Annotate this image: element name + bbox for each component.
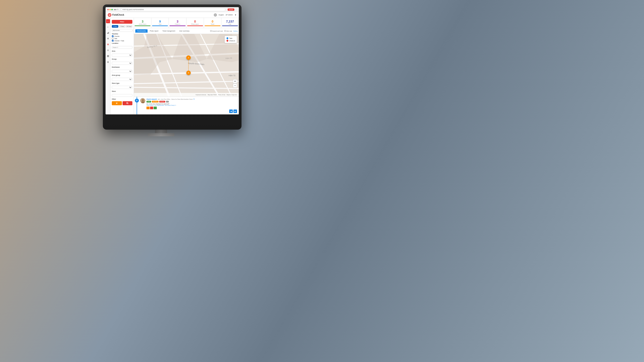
- group-section-title: Group: [112, 58, 132, 60]
- bottom-panel: P: [134, 96, 239, 114]
- task-checkbox-item: Task: [112, 37, 132, 39]
- sidebar-item-settings[interactable]: [106, 48, 110, 52]
- main-content: 3 Active Users 9 Task 3 Check-in: [134, 18, 239, 114]
- zoom-out-btn[interactable]: −: [233, 84, 237, 88]
- filter-search-button[interactable]: [122, 101, 132, 105]
- active-users-value: 3: [142, 20, 144, 23]
- stat-task[interactable]: 9 Task: [152, 18, 169, 28]
- photo-value: 0: [194, 20, 196, 23]
- activity-prev-btn[interactable]: ◀: [229, 109, 233, 113]
- tag-more[interactable]: ...: [166, 101, 169, 103]
- activity-tags: Clinic Stocking Dietitian ...: [146, 101, 236, 103]
- sidebar-item-user[interactable]: [106, 60, 110, 64]
- svg-rect-10: [108, 56, 109, 57]
- info-icon[interactable]: ℹ: [194, 98, 194, 100]
- stat-checkin[interactable]: 3 Check-in: [169, 18, 186, 28]
- day-btn-7[interactable]: 7 Days: [119, 25, 125, 28]
- svg-rect-7: [107, 55, 108, 56]
- maximize-window-btn[interactable]: [111, 9, 113, 10]
- stat-active-users[interactable]: 3 Active Users: [134, 18, 152, 28]
- update-button[interactable]: Update: [228, 8, 234, 11]
- map-footer: Keyboard shortcuts Map data ©2022 Terms …: [134, 93, 239, 96]
- stat-ticket[interactable]: 0 Ticket: [204, 18, 222, 28]
- checkin-task-checkbox[interactable]: [112, 40, 114, 41]
- date-from-input[interactable]: [112, 29, 132, 32]
- sale-value: 7,157: [226, 20, 234, 23]
- checkin-task-checkbox-item: Checkin + Task: [112, 40, 132, 41]
- distributor-dropdown[interactable]: [112, 70, 132, 73]
- tag-stocking[interactable]: Stocking: [152, 101, 158, 103]
- tab-timeline[interactable]: Timeline(All): [135, 29, 148, 33]
- user-menu[interactable]: AP DEMO: [226, 14, 233, 16]
- timeline-dot[interactable]: P: [135, 98, 139, 103]
- day-filter-buttons: 1 Day 7 Days 30 Days: [112, 25, 132, 28]
- tab-user-summary[interactable]: User summary: [178, 29, 192, 33]
- stat-photo[interactable]: 0 Photo report: [186, 18, 204, 28]
- active-users-label: Active Users: [139, 23, 146, 25]
- minimize-window-btn[interactable]: [109, 9, 111, 10]
- sidebar-item-grid[interactable]: [106, 54, 110, 58]
- activity-answer[interactable]: Valid Status: Yes Deployment: Yes Note (…: [146, 105, 236, 106]
- sidebar-item-bell[interactable]: [106, 37, 110, 41]
- area-dropdown[interactable]: [112, 54, 132, 57]
- expand-checkbox[interactable]: [210, 30, 212, 32]
- activity-user-name[interactable]: duyen.nguyen: [146, 98, 157, 100]
- store-type-section-title: Store type: [112, 82, 132, 84]
- legend-checkin-pin: [226, 39, 229, 42]
- store-input[interactable]: [112, 94, 132, 97]
- report-error[interactable]: Report a map error: [227, 94, 237, 95]
- map-pin-2[interactable]: 8: [186, 71, 191, 75]
- map-pin-1[interactable]: 6: [186, 55, 191, 60]
- checkin-task-label: Checkin + Task: [114, 40, 124, 41]
- filter-button[interactable]: Filter: [112, 20, 132, 24]
- sidebar-item-location[interactable]: [106, 42, 110, 46]
- checkin-checkbox[interactable]: [112, 35, 114, 37]
- tag-clinic[interactable]: Clinic: [146, 101, 151, 103]
- hide-map-label: Hide map: [226, 30, 232, 32]
- ticket-label: Ticket: [211, 23, 214, 25]
- svg-point-5: [108, 50, 108, 51]
- photo-thumb-2[interactable]: [150, 107, 153, 109]
- active-users-bar: [134, 25, 150, 26]
- photo-thumb-1[interactable]: [146, 107, 150, 109]
- store-section-title: Store: [112, 90, 132, 92]
- day-btn-1[interactable]: 1 Day: [112, 25, 118, 28]
- zoom-in-btn[interactable]: +: [233, 79, 237, 83]
- legend-checkin-label: Check-in: [229, 40, 235, 41]
- close-window-btn[interactable]: [107, 9, 109, 10]
- stat-sale[interactable]: 7,157 Sale: [222, 18, 239, 28]
- more-options-icon[interactable]: ⋮: [235, 8, 237, 11]
- stats-bar: 3 Active Users 9 Task 3 Check-in: [134, 18, 239, 28]
- tabs-left: Timeline(All) Photo report Ticket mangem…: [135, 29, 191, 33]
- logo-icon: [108, 13, 111, 17]
- user-menu-icon[interactable]: ▼: [234, 14, 236, 16]
- other-section-title: Other: [112, 98, 132, 100]
- tab-ticket-management[interactable]: Ticket mangement: [160, 29, 177, 33]
- photo-thumb-3[interactable]: [154, 107, 157, 109]
- settings-link[interactable]: Setting: [233, 30, 238, 32]
- filter-clear-button[interactable]: [112, 101, 122, 105]
- day-btn-30[interactable]: 30 Days: [126, 25, 132, 28]
- back-btn[interactable]: ◀: [114, 9, 115, 10]
- photo-label: Photo report: [192, 23, 199, 25]
- group-dropdown[interactable]: [112, 62, 132, 65]
- task-checkbox[interactable]: [112, 37, 114, 39]
- store-type-dropdown[interactable]: [112, 86, 132, 89]
- keyboard-shortcuts[interactable]: Keyboard shortcuts: [196, 94, 206, 95]
- browser-actions: Update ⋮: [228, 8, 237, 11]
- language-selector[interactable]: English: [219, 14, 224, 16]
- activity-next-btn[interactable]: ▶: [234, 109, 237, 113]
- sidebar-item-chart[interactable]: [106, 31, 110, 35]
- forward-btn[interactable]: ▶: [116, 9, 116, 10]
- sidebar-item-home[interactable]: ⌂: [106, 19, 110, 23]
- area-group-dropdown[interactable]: [112, 78, 132, 81]
- region-input[interactable]: [112, 46, 132, 49]
- sidebar-item-list[interactable]: ≡: [106, 25, 110, 29]
- url-bar[interactable]: retail-stg.qand.me/HomeAdmin: [121, 8, 226, 11]
- tab-photo-report[interactable]: Photo report: [148, 29, 160, 33]
- terms-of-use[interactable]: Terms of Use: [218, 94, 225, 95]
- reload-btn[interactable]: ↻: [117, 9, 118, 10]
- hide-map-checkbox[interactable]: [224, 30, 226, 32]
- tag-dietitian[interactable]: Dietitian: [159, 101, 166, 103]
- map-container[interactable]: Đường Số 4 Nguyễn Đình Chiểu Hẻm 56 Hẻm …: [134, 34, 239, 96]
